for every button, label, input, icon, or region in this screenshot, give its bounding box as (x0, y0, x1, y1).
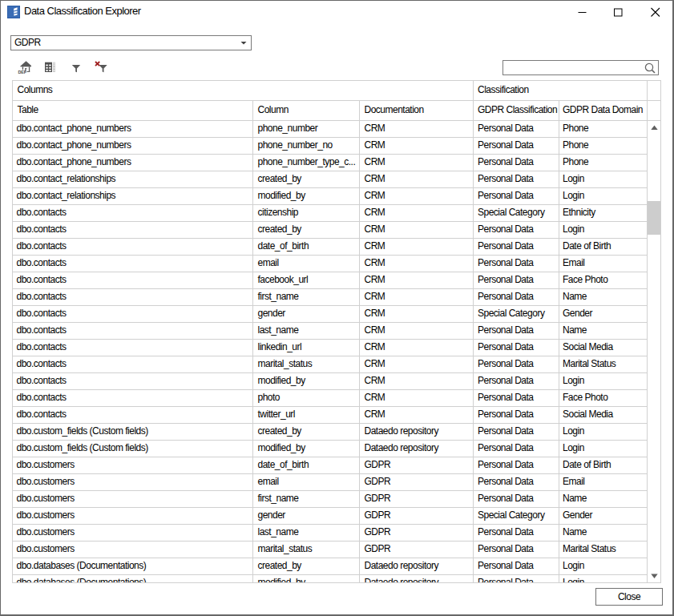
svg-text:DEF: DEF (18, 70, 27, 74)
